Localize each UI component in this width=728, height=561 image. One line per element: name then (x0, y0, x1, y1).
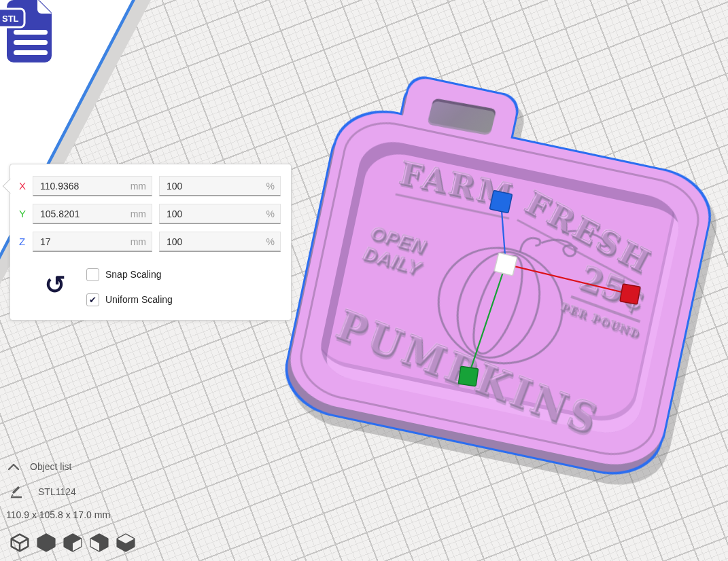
scale-row-y: Y mm % (10, 204, 291, 224)
cube-outline-icon (10, 532, 30, 553)
view-3d-button[interactable] (10, 532, 30, 553)
model-dimensions-readout: 110.9 x 105.8 x 17.0 mm (6, 509, 110, 520)
axis-x-label: X (19, 180, 31, 192)
cube-solid-icon (36, 532, 56, 553)
view-right-button[interactable] (116, 532, 136, 553)
scale-y-mm-input[interactable] (33, 204, 152, 224)
pencil-icon (9, 484, 24, 499)
axis-z-label: Z (19, 236, 31, 247)
view-left-button[interactable] (89, 532, 109, 553)
camera-view-toolbar (10, 532, 136, 553)
scale-row-x: X mm % (10, 176, 291, 196)
object-list-title[interactable]: Object list (30, 461, 71, 472)
snap-scaling-checkbox[interactable] (86, 268, 99, 281)
stl-badge-label: STL (2, 14, 19, 24)
axis-y-label: Y (19, 208, 31, 219)
reset-rotate-icon: ↺ (44, 271, 65, 299)
scale-z-mm-input[interactable] (33, 232, 152, 252)
cube-top-face-icon (116, 532, 136, 553)
scale-y-percent-input[interactable] (159, 204, 281, 224)
cube-left-face-icon (89, 532, 109, 553)
chevron-up-icon (9, 465, 18, 469)
snap-scaling-label: Snap Scaling (105, 269, 162, 280)
scale-x-mm-input[interactable] (33, 176, 152, 196)
scale-handle-y-green[interactable] (458, 366, 478, 386)
scale-handle-z-blue[interactable] (489, 190, 512, 213)
scale-row-z: Z mm % (10, 232, 291, 252)
view-front-button[interactable] (36, 532, 56, 553)
stl-document-fold-icon (37, 0, 52, 14)
object-list-item-name[interactable]: STL1124 (38, 486, 76, 497)
scale-handle-x-red[interactable] (620, 284, 640, 304)
scale-x-percent-input[interactable] (159, 176, 281, 196)
view-top-button[interactable] (63, 532, 83, 553)
cube-right-face-icon (63, 532, 83, 553)
scale-handle-uniform-white[interactable] (494, 253, 517, 276)
uniform-scaling-label: Uniform Scaling (105, 294, 173, 305)
object-list-collapse-button[interactable] (7, 462, 20, 471)
reset-scale-button[interactable]: ↺ (41, 270, 69, 300)
uniform-scaling-option[interactable]: ✔ Uniform Scaling (86, 293, 173, 306)
uniform-scaling-checkbox[interactable]: ✔ (86, 293, 99, 306)
slicer-viewport: FARM FRESH OPEN DAILY 25¢ PER POUND PUMP… (0, 0, 728, 561)
snap-scaling-option[interactable]: Snap Scaling (86, 268, 162, 281)
model-tab-hole (427, 98, 496, 135)
open-file-button[interactable]: STL (0, 0, 65, 68)
scale-tool-panel: X mm % Y mm % Z mm (10, 164, 292, 321)
scale-z-percent-input[interactable] (159, 232, 281, 252)
